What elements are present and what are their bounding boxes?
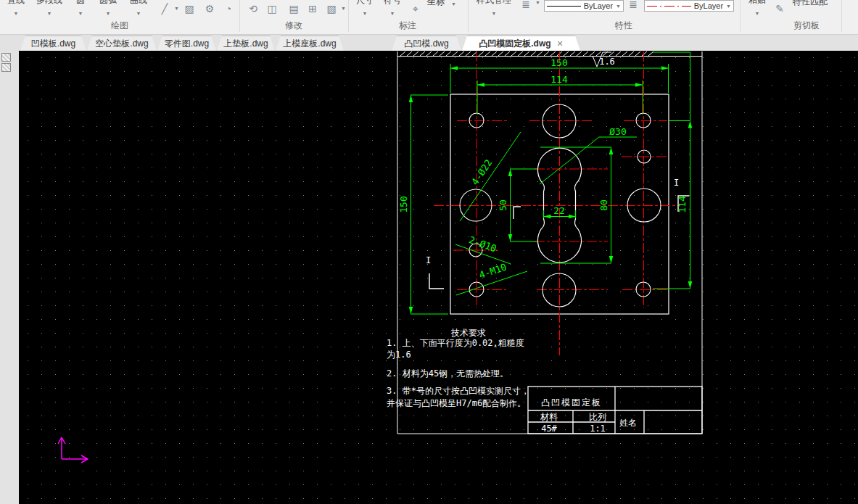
style-manager-button[interactable]: 样式管理▼ (471, 0, 516, 16)
linetype-swatch (647, 6, 691, 7)
tab-tuaomogudingban-active[interactable]: 凸凹模固定板.dwg✕ (462, 36, 580, 51)
mirror-icon[interactable]: ◫ (264, 1, 280, 16)
chevron-down-icon[interactable]: ▼ (451, 1, 456, 7)
tab-kongxindianban[interactable]: 空心垫板.dwg (87, 36, 157, 51)
array-icon[interactable]: ▤ (286, 1, 302, 16)
raster-icon[interactable] (1, 53, 11, 62)
hatch-icon[interactable]: ▨ (181, 1, 197, 16)
draw-group-label: 绘图 (91, 20, 149, 32)
polyline-button[interactable]: 多段线▼ (30, 0, 68, 16)
cad-application-window: I I 150 114 150 114 50 80 (0, 0, 858, 504)
arc-button[interactable]: 圆弧▼ (94, 0, 122, 16)
color-select[interactable]: ByLayer▼ (544, 0, 624, 12)
chevron-down-icon[interactable]: ▼ (174, 6, 179, 11)
dimension-button[interactable]: 尺寸▼ (354, 0, 376, 16)
line-button[interactable]: 直线▼ (3, 0, 29, 16)
modify-group-label: 修改 (265, 20, 323, 32)
tab-shangmozuoban[interactable]: 上模座板.dwg (276, 36, 344, 51)
line-icon[interactable]: ╱ (157, 1, 173, 16)
symbol-button[interactable]: 符号▼ (381, 0, 403, 16)
properties-group-label: 特性 (595, 20, 653, 32)
gear-icon[interactable]: ⚙ (202, 1, 218, 16)
tab-shangdianban[interactable]: 上垫板.dwg (217, 36, 275, 51)
tab-lingjiantu[interactable]: 零件图.dwg (157, 36, 216, 51)
rotate-icon[interactable]: ⟲ (245, 1, 261, 16)
chevron-down-icon[interactable]: ▼ (341, 6, 346, 11)
coordinate-button[interactable]: 坐标 (425, 0, 447, 8)
annotate-group-label: 标注 (379, 20, 437, 32)
left-dock (0, 51, 19, 504)
trim-icon[interactable]: ▧ (323, 1, 339, 16)
ribbon: 直线▼ 多段线▼ 圆▼ 圆弧▼ 曲线▼ ╱ ▼ ▨ ⚙ ◔ 绘图 ⟲ ◫ ▤ ⊞… (0, 0, 858, 35)
chevron-down-icon[interactable]: ▼ (535, 0, 540, 5)
file-tab-bar: 凹模板.dwg 空心垫板.dwg 零件图.dwg 上垫板.dwg 上模座板.dw… (0, 35, 858, 51)
table-icon[interactable] (1, 63, 11, 72)
circle-button[interactable]: 圆▼ (71, 0, 90, 16)
tab-aomuban[interactable]: 凹模板.dwg (20, 36, 86, 51)
match-properties-button[interactable]: 特性匹配 (788, 0, 833, 8)
lineweight-icon[interactable]: ≣ (518, 0, 534, 12)
coord-icon[interactable]: ⌖ (408, 1, 424, 16)
lineweight-icon[interactable]: ≣ (625, 0, 641, 12)
close-icon[interactable]: ✕ (557, 39, 564, 48)
paste-button[interactable]: 粘贴▼ (744, 0, 770, 16)
offset-icon[interactable]: ⊞ (305, 1, 321, 16)
curve-button[interactable]: 曲线▼ (125, 0, 152, 16)
match-brush-icon[interactable]: ✎ (772, 1, 788, 16)
pie-icon[interactable]: ◔ (220, 1, 236, 16)
linetype-select[interactable]: ByLayer▼ (644, 0, 734, 12)
color-swatch (547, 6, 581, 7)
drawing-canvas[interactable] (19, 51, 858, 504)
clipboard-group-label: 剪切板 (777, 20, 836, 32)
tab-tuaomo[interactable]: 凸凹模.dwg (392, 36, 461, 51)
